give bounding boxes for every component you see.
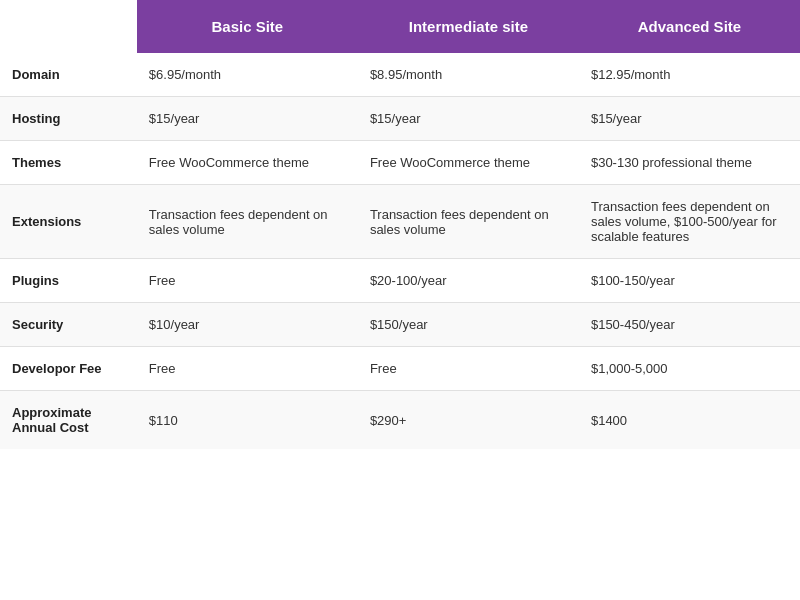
table-row: PluginsFree$20-100/year$100-150/year (0, 259, 800, 303)
table-row: Domain$6.95/month$8.95/month$12.95/month (0, 53, 800, 97)
cell-basic-5: $10/year (137, 303, 358, 347)
cell-intermediate-3: Transaction fees dependent on sales volu… (358, 185, 579, 259)
cell-intermediate-5: $150/year (358, 303, 579, 347)
table-row: Security$10/year$150/year$150-450/year (0, 303, 800, 347)
table-row: ExtensionsTransaction fees dependent on … (0, 185, 800, 259)
cell-intermediate-7: $290+ (358, 391, 579, 450)
cell-advanced-6: $1,000-5,000 (579, 347, 800, 391)
cell-advanced-4: $100-150/year (579, 259, 800, 303)
row-label-6: Developor Fee (0, 347, 137, 391)
cell-intermediate-4: $20-100/year (358, 259, 579, 303)
row-label-5: Security (0, 303, 137, 347)
row-label-2: Themes (0, 141, 137, 185)
row-label-7: Approximate Annual Cost (0, 391, 137, 450)
row-label-1: Hosting (0, 97, 137, 141)
cell-advanced-1: $15/year (579, 97, 800, 141)
cell-advanced-3: Transaction fees dependent on sales volu… (579, 185, 800, 259)
cell-basic-2: Free WooCommerce theme (137, 141, 358, 185)
empty-header-cell (0, 0, 137, 53)
cell-intermediate-1: $15/year (358, 97, 579, 141)
table-row: Hosting$15/year$15/year$15/year (0, 97, 800, 141)
table-row: ThemesFree WooCommerce themeFree WooComm… (0, 141, 800, 185)
row-label-3: Extensions (0, 185, 137, 259)
cell-basic-3: Transaction fees dependent on sales volu… (137, 185, 358, 259)
cell-advanced-2: $30-130 professional theme (579, 141, 800, 185)
cell-intermediate-6: Free (358, 347, 579, 391)
table-row: Developor FeeFreeFree$1,000-5,000 (0, 347, 800, 391)
header-basic: Basic Site (137, 0, 358, 53)
cell-advanced-5: $150-450/year (579, 303, 800, 347)
cell-basic-4: Free (137, 259, 358, 303)
cell-intermediate-2: Free WooCommerce theme (358, 141, 579, 185)
pricing-table-wrapper: Basic Site Intermediate site Advanced Si… (0, 0, 800, 600)
cell-advanced-7: $1400 (579, 391, 800, 450)
cell-basic-6: Free (137, 347, 358, 391)
row-label-4: Plugins (0, 259, 137, 303)
cell-basic-0: $6.95/month (137, 53, 358, 97)
header-advanced: Advanced Site (579, 0, 800, 53)
pricing-table: Basic Site Intermediate site Advanced Si… (0, 0, 800, 449)
row-label-0: Domain (0, 53, 137, 97)
cell-intermediate-0: $8.95/month (358, 53, 579, 97)
cell-advanced-0: $12.95/month (579, 53, 800, 97)
table-row: Approximate Annual Cost$110$290+$1400 (0, 391, 800, 450)
cell-basic-1: $15/year (137, 97, 358, 141)
cell-basic-7: $110 (137, 391, 358, 450)
header-intermediate: Intermediate site (358, 0, 579, 53)
